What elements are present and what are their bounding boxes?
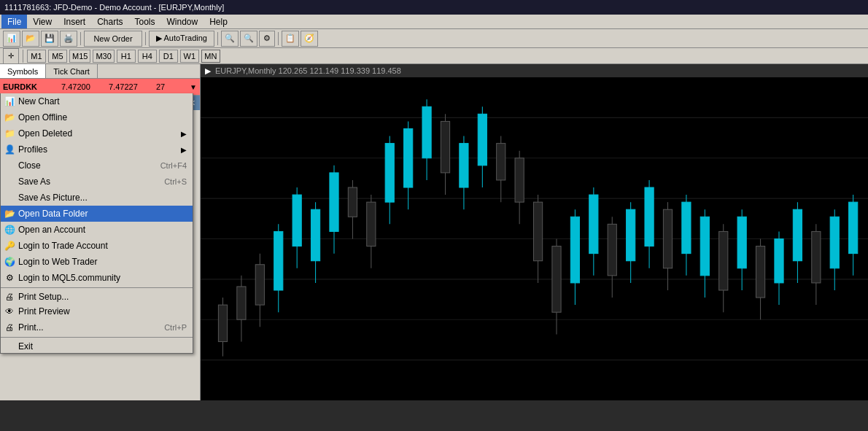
menu-item-open-account-label: Open an Account bbox=[18, 225, 85, 235]
menu-view[interactable]: View bbox=[27, 15, 58, 28]
menu-item-new-chart-label: New Chart bbox=[18, 96, 60, 106]
menu-bar: File View Insert Charts Tools Window Hel… bbox=[0, 15, 868, 29]
menu-item-open-account[interactable]: 🌐 Open an Account bbox=[1, 222, 193, 238]
timeframe-toolbar: ✛ M1 M5 M15 M30 H1 H4 D1 W1 MN bbox=[0, 48, 868, 64]
menu-item-profiles[interactable]: 👤 Profiles ▶ bbox=[1, 141, 193, 158]
menu-insert[interactable]: Insert bbox=[58, 15, 91, 28]
chart-symbol-icon: ▶ bbox=[205, 66, 211, 76]
open-account-icon: 🌐 bbox=[4, 224, 15, 236]
toolbar: 📊 📂 💾 🖨️ New Order ▶ AutoTrading 🔍 🔍 ⚙ 📋… bbox=[0, 29, 868, 48]
menu-item-login-mql5-label: Login to MQL5.community bbox=[18, 273, 120, 283]
menu-item-login-trade[interactable]: 🔑 Login to Trade Account bbox=[1, 238, 193, 254]
tf-d1[interactable]: D1 bbox=[159, 50, 178, 63]
menu-item-print-setup[interactable]: 🖨 Print Setup... bbox=[1, 287, 193, 303]
menu-item-save-as[interactable]: Save As Ctrl+S bbox=[1, 174, 193, 190]
zoom-out-button[interactable]: 🔍 bbox=[240, 31, 257, 47]
menu-item-open-offline[interactable]: 📂 Open Offline bbox=[1, 109, 193, 125]
menu-item-save-as-label: Save As bbox=[18, 176, 50, 187]
tf-separator bbox=[23, 50, 23, 63]
print-button[interactable]: 🖨️ bbox=[60, 31, 77, 47]
svg-rect-75 bbox=[830, 217, 839, 268]
autotrading-button[interactable]: ▶ AutoTrading bbox=[149, 31, 214, 47]
menu-item-print-preview[interactable]: 👁 Print Preview bbox=[1, 303, 193, 319]
tf-m1[interactable]: M1 bbox=[27, 50, 46, 63]
tf-mn[interactable]: MN bbox=[201, 50, 220, 63]
menu-item-open-data-folder[interactable]: 📂 Open Data Folder bbox=[1, 206, 193, 222]
menu-item-new-chart[interactable]: 📊 New Chart bbox=[1, 93, 193, 109]
login-trade-icon: 🔑 bbox=[4, 240, 15, 252]
navigator-button[interactable]: 🧭 bbox=[301, 31, 318, 47]
menu-item-login-mql5[interactable]: ⚙ Login to MQL5.community bbox=[1, 270, 193, 286]
save-as-shortcut: Ctrl+S bbox=[164, 177, 187, 186]
title-bar: 1111781663: JFD-Demo - Demo Account - [E… bbox=[0, 0, 868, 15]
symbol-spread: 27 bbox=[156, 82, 185, 91]
tf-w1[interactable]: W1 bbox=[180, 50, 199, 63]
profiles-arrow: ▶ bbox=[181, 146, 187, 154]
svg-rect-23 bbox=[348, 187, 357, 217]
svg-rect-19 bbox=[311, 209, 319, 260]
separator-2 bbox=[145, 32, 146, 45]
svg-rect-29 bbox=[404, 128, 413, 187]
svg-rect-65 bbox=[737, 217, 746, 268]
tf-m15[interactable]: M15 bbox=[69, 50, 90, 63]
menu-item-save-as-picture[interactable]: Save As Picture... bbox=[1, 190, 193, 206]
svg-rect-27 bbox=[385, 144, 394, 203]
chart-canvas[interactable] bbox=[201, 77, 868, 400]
login-mql5-icon: ⚙ bbox=[4, 272, 15, 284]
menu-tools[interactable]: Tools bbox=[129, 15, 161, 28]
tf-h4[interactable]: H4 bbox=[138, 50, 157, 63]
svg-rect-31 bbox=[422, 106, 431, 158]
new-chart-button[interactable]: 📊 bbox=[3, 31, 20, 47]
menu-item-print[interactable]: 🖨 Print... Ctrl+P bbox=[1, 319, 193, 335]
crosshair-button[interactable]: ✛ bbox=[3, 48, 19, 64]
svg-rect-49 bbox=[589, 195, 598, 254]
svg-rect-59 bbox=[682, 202, 691, 253]
menu-item-close[interactable]: Close Ctrl+F4 bbox=[1, 158, 193, 174]
save-button[interactable]: 💾 bbox=[41, 31, 58, 47]
close-menu-icon bbox=[4, 160, 15, 171]
print-icon: 🖨 bbox=[4, 322, 15, 333]
svg-rect-67 bbox=[756, 246, 764, 298]
open-deleted-icon: 📁 bbox=[4, 128, 15, 139]
tf-m30[interactable]: M30 bbox=[93, 50, 114, 63]
tf-m5[interactable]: M5 bbox=[48, 50, 67, 63]
svg-rect-57 bbox=[663, 209, 672, 268]
menu-charts[interactable]: Charts bbox=[91, 15, 128, 28]
file-dropdown-menu: 📊 New Chart 📂 Open Offline 📁 Open Delete… bbox=[0, 93, 193, 354]
menu-item-print-label: Print... bbox=[18, 322, 44, 333]
zoom-in-button[interactable]: 🔍 bbox=[221, 31, 239, 47]
svg-rect-43 bbox=[533, 202, 542, 261]
terminal-button[interactable]: 📋 bbox=[282, 31, 299, 47]
print-shortcut: Ctrl+P bbox=[164, 323, 187, 332]
open-button[interactable]: 📂 bbox=[22, 31, 39, 47]
menu-item-open-deleted[interactable]: 📁 Open Deleted ▶ bbox=[1, 125, 193, 141]
menu-item-save-as-picture-label: Save As Picture... bbox=[18, 193, 88, 203]
tab-symbols[interactable]: Symbols bbox=[0, 64, 46, 78]
scroll-down-icon: ▼ bbox=[190, 83, 197, 91]
chart-properties-button[interactable]: ⚙ bbox=[259, 31, 275, 47]
login-web-icon: 🌍 bbox=[4, 256, 15, 268]
menu-item-login-web[interactable]: 🌍 Login to Web Trader bbox=[1, 254, 193, 270]
menu-window[interactable]: Window bbox=[161, 15, 204, 28]
symbol-row: EURDKK 7.47200 7.47227 27 ▼ bbox=[0, 79, 200, 95]
print-setup-icon: 🖨 bbox=[4, 291, 15, 303]
menu-file[interactable]: File bbox=[1, 15, 27, 28]
svg-rect-69 bbox=[775, 239, 783, 283]
symbol-ask: 7.47227 bbox=[109, 82, 156, 91]
menu-item-exit[interactable]: Exit bbox=[1, 337, 193, 353]
menu-help[interactable]: Help bbox=[204, 15, 233, 28]
title-text: 1111781663: JFD-Demo - Demo Account - [E… bbox=[4, 3, 224, 12]
tab-tick-chart[interactable]: Tick Chart bbox=[46, 64, 98, 78]
tf-h1[interactable]: H1 bbox=[117, 50, 136, 63]
close-shortcut: Ctrl+F4 bbox=[160, 161, 187, 170]
svg-rect-61 bbox=[700, 217, 709, 276]
print-preview-icon: 👁 bbox=[4, 306, 15, 317]
menu-item-print-preview-label: Print Preview bbox=[18, 306, 70, 317]
new-order-button[interactable]: New Order bbox=[84, 31, 142, 47]
menu-item-open-data-folder-label: Open Data Folder bbox=[18, 209, 88, 219]
svg-rect-33 bbox=[441, 121, 449, 172]
chart-svg bbox=[201, 77, 868, 400]
chart-area: ▶ EURJPY,Monthly 120.265 121.149 119.339… bbox=[201, 64, 868, 400]
svg-rect-53 bbox=[627, 209, 635, 260]
new-chart-icon: 📊 bbox=[4, 96, 15, 107]
